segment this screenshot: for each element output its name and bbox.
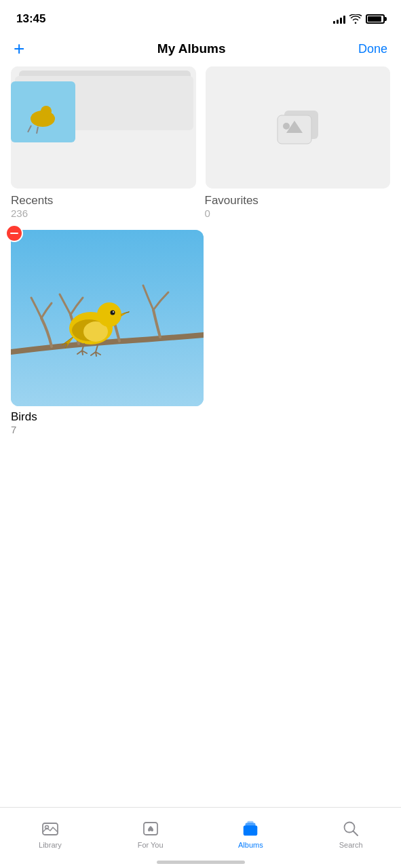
page-title: My Albums	[157, 41, 226, 56]
svg-point-2	[41, 106, 52, 117]
favourites-album-preview[interactable]	[206, 66, 391, 189]
birds-album-count: 7	[11, 424, 390, 435]
search-label: Search	[339, 841, 363, 849]
recents-album-preview[interactable]	[11, 66, 196, 189]
albums-icon	[241, 819, 260, 838]
minus-icon	[10, 233, 18, 234]
library-icon	[41, 819, 60, 838]
wifi-icon	[349, 14, 362, 24]
section-labels: Recents 236 Favourites 0	[11, 194, 390, 219]
empty-album-icon	[274, 107, 322, 148]
svg-point-15	[113, 311, 114, 313]
done-button[interactable]: Done	[358, 42, 387, 56]
recents-album-count: 236	[11, 208, 197, 219]
tab-albums[interactable]: Albums	[201, 819, 301, 849]
delete-album-button[interactable]	[5, 224, 23, 242]
birds-thumbnail	[11, 230, 204, 406]
svg-point-14	[111, 311, 115, 315]
battery-icon	[366, 14, 385, 24]
search-icon	[341, 819, 360, 838]
top-albums-row	[11, 66, 390, 189]
favourites-label-item: Favourites 0	[205, 194, 391, 219]
tab-search[interactable]: Search	[301, 819, 401, 849]
tab-bar: Library For You Albums	[0, 807, 401, 868]
signal-icon	[333, 14, 345, 24]
status-bar: 13:45	[0, 0, 401, 34]
svg-rect-16	[43, 823, 58, 835]
albums-container: Recents 236 Favourites 0	[0, 66, 401, 435]
recents-album-name: Recents	[11, 194, 197, 208]
svg-point-7	[283, 123, 290, 130]
favourites-album-name: Favourites	[205, 194, 391, 208]
recents-thumbnail-svg	[11, 81, 75, 142]
svg-rect-21	[248, 821, 254, 823]
birds-album-name: Birds	[11, 410, 390, 424]
library-label: Library	[39, 841, 62, 849]
birds-album[interactable]: Birds 7	[11, 230, 390, 435]
nav-bar: + My Albums Done	[0, 34, 401, 66]
for-you-icon	[141, 819, 160, 838]
status-time: 13:45	[16, 12, 45, 26]
svg-rect-19	[244, 825, 258, 835]
svg-point-13	[97, 302, 121, 327]
home-indicator	[157, 861, 245, 864]
svg-line-23	[354, 831, 358, 835]
albums-label: Albums	[238, 841, 263, 849]
tab-for-you[interactable]: For You	[100, 819, 201, 849]
recents-label-item: Recents 236	[11, 194, 197, 219]
for-you-label: For You	[138, 841, 164, 849]
status-icons	[333, 14, 385, 24]
favourites-album-count: 0	[205, 208, 391, 219]
tab-library[interactable]: Library	[0, 819, 100, 849]
bird-scene-svg	[11, 230, 204, 406]
add-album-button[interactable]: +	[14, 39, 24, 58]
